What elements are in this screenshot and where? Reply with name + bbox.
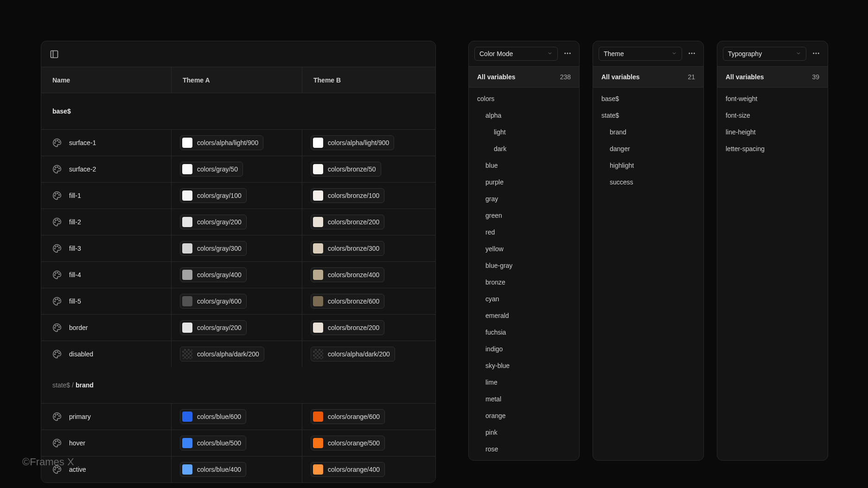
token-label: colors/gray/100 (197, 192, 242, 199)
value-cell[interactable]: colors/orange/500 (302, 430, 433, 456)
table-row[interactable]: surface-2colors/gray/50colors/bronze/50 (41, 156, 435, 182)
value-cell[interactable]: colors/alpha/light/900 (302, 130, 433, 156)
value-cell[interactable]: colors/alpha/dark/200 (302, 341, 433, 367)
value-cell[interactable]: colors/gray/600 (171, 288, 302, 314)
value-cell[interactable]: colors/blue/600 (171, 404, 302, 430)
value-cell[interactable]: colors/gray/300 (171, 235, 302, 261)
value-cell[interactable]: colors/bronze/400 (302, 262, 433, 288)
tree-item[interactable]: sky-blue (469, 357, 579, 374)
tree-item[interactable]: lime (469, 374, 579, 391)
tree-item[interactable]: orange (469, 407, 579, 424)
table-row[interactable]: fill-5colors/gray/600colors/bronze/600 (41, 288, 435, 314)
token-label: colors/bronze/50 (328, 165, 376, 173)
value-cell[interactable]: colors/bronze/200 (302, 209, 433, 235)
tree-item[interactable]: state$ (593, 107, 703, 124)
svg-point-17 (55, 222, 56, 223)
value-cell[interactable]: colors/gray/400 (171, 262, 302, 288)
table-row[interactable]: activecolors/blue/400colors/orange/400 (41, 456, 435, 482)
tree-item[interactable]: green (469, 207, 579, 224)
tree-item[interactable]: font-size (717, 107, 828, 124)
tree-item[interactable]: bronze (469, 274, 579, 291)
more-button[interactable] (810, 47, 822, 61)
value-cell[interactable]: colors/gray/50 (171, 156, 302, 182)
value-cell[interactable]: colors/bronze/300 (302, 235, 433, 261)
svg-point-29 (55, 301, 56, 302)
collection-dropdown[interactable]: Color Mode (474, 47, 558, 61)
group-header[interactable]: state$ / brand (41, 367, 435, 403)
value-cell[interactable]: colors/blue/400 (171, 456, 302, 482)
color-swatch (313, 464, 323, 475)
value-cell[interactable]: colors/bronze/600 (302, 288, 433, 314)
more-button[interactable] (686, 47, 698, 61)
token-label: colors/orange/500 (328, 439, 380, 447)
collection-dropdown[interactable]: Typography (723, 47, 806, 61)
tree-item[interactable]: success (593, 174, 703, 190)
tree-item[interactable]: purple (469, 174, 579, 190)
value-cell[interactable]: colors/bronze/100 (302, 183, 433, 209)
token-label: colors/alpha/light/900 (197, 139, 258, 146)
tree-item[interactable]: blue (469, 157, 579, 174)
tree-item[interactable]: pink (469, 424, 579, 441)
table-row[interactable]: hovercolors/blue/500colors/orange/500 (41, 430, 435, 456)
summary-row[interactable]: All variables238 (469, 66, 579, 88)
value-cell[interactable]: colors/gray/200 (171, 209, 302, 235)
table-row[interactable]: bordercolors/gray/200colors/bronze/200 (41, 314, 435, 341)
tree-item[interactable]: rose (469, 441, 579, 457)
variable-name: fill-3 (69, 245, 81, 252)
tree-item[interactable]: fuchsia (469, 324, 579, 341)
tree-item[interactable]: red (469, 224, 579, 241)
tree-item[interactable]: colors (469, 90, 579, 107)
value-cell[interactable]: colors/blue/500 (171, 430, 302, 456)
tree-item[interactable]: yellow (469, 241, 579, 257)
svg-point-13 (55, 196, 56, 196)
tree-item[interactable]: line-height (717, 124, 828, 140)
group-header[interactable]: base$ (41, 93, 435, 129)
tree-item[interactable]: font-weight (717, 90, 828, 107)
table-row[interactable]: surface-1colors/alpha/light/900colors/al… (41, 129, 435, 156)
tree-item[interactable]: gray (469, 190, 579, 207)
palette-icon (52, 217, 62, 227)
table-row[interactable]: primarycolors/blue/600colors/orange/600 (41, 403, 435, 430)
tree-item[interactable]: emerald (469, 307, 579, 324)
color-swatch (182, 438, 192, 448)
table-row[interactable]: fill-4colors/gray/400colors/bronze/400 (41, 261, 435, 288)
tree-item[interactable]: base$ (593, 90, 703, 107)
collection-dropdown[interactable]: Theme (599, 47, 682, 61)
svg-point-10 (57, 193, 58, 194)
summary-row[interactable]: All variables21 (593, 66, 703, 88)
value-cell[interactable]: colors/orange/600 (302, 404, 433, 430)
tree-item[interactable]: indigo (469, 341, 579, 357)
color-swatch (313, 412, 323, 422)
tree-item[interactable]: danger (593, 140, 703, 157)
table-row[interactable]: fill-1colors/gray/100colors/bronze/100 (41, 182, 435, 209)
tree-item[interactable]: letter-spacing (717, 140, 828, 157)
tree-item[interactable]: light (469, 124, 579, 140)
value-cell[interactable]: colors/bronze/200 (302, 315, 433, 341)
table-row[interactable]: fill-3colors/gray/300colors/bronze/300 (41, 235, 435, 261)
value-cell[interactable]: colors/gray/200 (171, 315, 302, 341)
tree-item[interactable]: metal (469, 391, 579, 407)
value-cell[interactable]: colors/bronze/50 (302, 156, 433, 182)
summary-count: 21 (688, 73, 695, 81)
tree-item[interactable]: blue-gray (469, 257, 579, 274)
tree-item[interactable]: brand (593, 124, 703, 140)
table-row[interactable]: fill-2colors/gray/200colors/bronze/200 (41, 209, 435, 235)
table-row[interactable]: disabledcolors/alpha/dark/200colors/alph… (41, 341, 435, 367)
svg-point-25 (55, 275, 56, 276)
tree-item[interactable]: highlight (593, 157, 703, 174)
more-button[interactable] (562, 47, 574, 61)
tree-item[interactable]: cyan (469, 291, 579, 307)
value-cell[interactable]: colors/orange/400 (302, 456, 433, 482)
dropdown-label: Color Mode (479, 50, 513, 57)
svg-point-15 (59, 221, 60, 222)
svg-point-4 (55, 140, 56, 141)
value-cell[interactable]: colors/alpha/light/900 (171, 130, 302, 156)
tree-item[interactable]: alpha (469, 107, 579, 124)
svg-point-37 (55, 354, 56, 355)
tree-item[interactable]: dark (469, 140, 579, 157)
sidebar-toggle-button[interactable] (47, 47, 62, 62)
palette-icon (52, 438, 62, 448)
value-cell[interactable]: colors/alpha/dark/200 (171, 341, 302, 367)
value-cell[interactable]: colors/gray/100 (171, 183, 302, 209)
summary-row[interactable]: All variables39 (717, 66, 828, 88)
